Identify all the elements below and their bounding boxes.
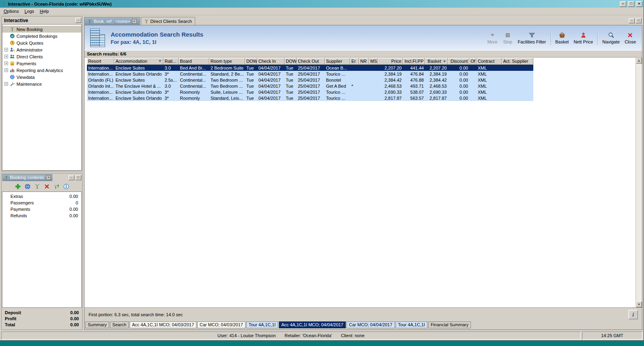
stop-button[interactable]: Stop — [500, 31, 515, 45]
vertical-scrollbar[interactable]: ▲ ▼ — [636, 58, 642, 307]
bottom-tab-financial-summary[interactable]: Financial Summary — [428, 321, 471, 328]
cell-act-supplier — [502, 89, 533, 95]
sidebar-item-administrator[interactable]: +Administrator — [2, 46, 81, 53]
sidebar-item-completed-bookings[interactable]: Completed Bookings — [2, 33, 81, 39]
booking-content-row[interactable]: Extras0.00 — [2, 193, 81, 200]
column-header-act-supplier[interactable]: Act. Supplier — [502, 58, 533, 65]
scroll-down-icon[interactable]: ▼ — [636, 301, 642, 307]
column-header-check-out[interactable]: Check Out — [297, 58, 325, 65]
facilities-filter-button[interactable]: Facilities Filter — [516, 31, 548, 45]
bottom-tab-acc-4a-1c-1i-mco-04-03-2017[interactable]: Acc 4A,1C,1I MCO; 04/03/2017 — [130, 321, 196, 328]
table-row[interactable]: Internation...Enclave Suites3.0Bed And B… — [87, 65, 533, 71]
booking-content-row[interactable]: Passengers0 — [2, 200, 81, 206]
info-button[interactable]: i — [628, 310, 638, 319]
column-header-resort[interactable]: Resort — [87, 58, 114, 65]
navigate-button[interactable]: Navigate — [600, 31, 621, 45]
booking-summary-row: Total0.00 — [5, 321, 79, 327]
table-row[interactable]: Internation...Enclave Suites Orlando3*Ro… — [87, 95, 533, 101]
interactive-panel-header: Interactive – — [2, 16, 82, 24]
expand-icon[interactable]: + — [4, 68, 8, 72]
menu-logs[interactable]: Logs — [22, 8, 37, 14]
column-header-room-type[interactable]: Room type — [209, 58, 245, 65]
delete-icon[interactable] — [44, 183, 50, 189]
column-header-supplier[interactable]: Supplier — [325, 58, 350, 65]
restore-panel-button[interactable]: □ — [75, 175, 81, 180]
column-header-accommodation[interactable]: Accommodation — [114, 58, 163, 65]
bottom-tab-car-mco-04-03-2017[interactable]: Car MCO; 04/03/2017 — [197, 321, 246, 328]
bottom-tab-search[interactable]: Search — [110, 321, 129, 328]
scroll-up-icon[interactable]: ▲ — [636, 58, 642, 64]
nett-price-button[interactable]: Nett Price — [572, 31, 595, 45]
palm-up-icon[interactable] — [54, 183, 60, 189]
table-row[interactable]: Orlando Int...The Enclave Hotel & ...3.0… — [87, 83, 533, 89]
column-header-rati[interactable]: Rati... — [163, 58, 179, 65]
document-area: Accommodation Search Results For pax: 4A… — [84, 25, 642, 330]
sidebar-item-viewdata[interactable]: Viewdata — [2, 74, 81, 80]
more-button[interactable]: More — [485, 31, 500, 45]
bottom-tab-car-mco-04-04-2017[interactable]: Car MCO; 04/04/2017 — [347, 321, 395, 328]
expand-icon[interactable]: + — [4, 82, 8, 86]
bottom-tab-tour-4a-1c-1i[interactable]: Tour 4A,1C,1I — [246, 321, 278, 328]
bottom-tab-tour-4a-1c-1i[interactable]: Tour 4A,1C,1I — [396, 321, 427, 328]
tab-close-icon[interactable]: × — [132, 19, 137, 24]
sidebar-item-quick-quotes[interactable]: Quick Quotes — [2, 39, 81, 46]
menu-options[interactable]: Options — [1, 8, 22, 14]
column-header-discount[interactable]: Discount — [448, 58, 469, 65]
expand-icon[interactable]: + — [4, 48, 8, 51]
cell-check-in: 04/04/2017 — [257, 89, 285, 95]
add-icon[interactable] — [15, 183, 21, 189]
titlebar: Interactive - Ocean-Florida (code: wNPbk… — [0, 0, 644, 8]
booking-content-label: Passengers — [10, 200, 76, 205]
globe-icon[interactable] — [25, 183, 31, 189]
close-button[interactable]: × — [636, 1, 642, 7]
booking-content-label: Extras — [10, 194, 70, 199]
column-header-ms[interactable]: MS — [369, 58, 378, 65]
column-header-price[interactable]: Price — [378, 58, 403, 65]
column-header-check-in[interactable]: Check In — [257, 58, 285, 65]
info-icon[interactable] — [63, 183, 69, 189]
statusbar: User: 414 - Louise Thompson Retailer: 'O… — [0, 331, 644, 340]
sidebar-item-direct-clients[interactable]: +Direct Clients — [2, 53, 81, 60]
table-row[interactable]: Orlando (FL)Enclave Suites2.5s...Contine… — [87, 77, 533, 83]
toolbar-separator — [551, 31, 551, 45]
maximize-button[interactable]: □ — [628, 1, 634, 7]
expand-icon[interactable]: + — [4, 62, 8, 65]
sidebar-item-payments[interactable]: +Payments — [2, 60, 81, 67]
booking-content-row[interactable]: Payments0.00 — [2, 206, 81, 212]
minimize-document-button[interactable]: – — [629, 18, 635, 23]
scrollbar-track[interactable] — [636, 64, 642, 301]
bottom-tab-acc-4a-1c-1i-mco-04-04-2017[interactable]: Acc 4A,1C,1I MCO; 04/04/2017 — [279, 321, 346, 328]
restore-document-button[interactable]: □ — [636, 18, 642, 23]
bottom-tab-summary[interactable]: Summary — [85, 321, 109, 328]
minimize-panel-button[interactable]: – — [68, 175, 74, 180]
menu-help[interactable]: Help — [37, 8, 52, 14]
tab-direct-clients-search[interactable]: Direct Clients Search — [141, 17, 195, 25]
close-panel-icon[interactable]: × — [46, 175, 51, 180]
column-header-of[interactable]: Of — [469, 58, 477, 65]
menubar: OptionsLogsHelp — [0, 8, 644, 15]
basket-button[interactable]: Basket — [553, 31, 571, 45]
cell-check-in: 04/04/2017 — [257, 83, 285, 89]
close-button[interactable]: Close — [623, 31, 638, 45]
column-header-incl-fl-pp[interactable]: Incl.Fl.PP — [403, 58, 425, 65]
column-header-board[interactable]: Board — [179, 58, 209, 65]
booking-content-row[interactable]: Refunds0.00 — [2, 212, 81, 219]
column-header-er[interactable]: Er — [350, 58, 359, 65]
sidebar-item-reporting-and-analytics[interactable]: +Reporting and Analytics — [2, 67, 81, 74]
column-header-dow[interactable]: DOW — [245, 58, 257, 65]
column-header-dow[interactable]: DOW — [285, 58, 297, 65]
column-header-nr[interactable]: NR — [359, 58, 369, 65]
minimize-button[interactable]: – — [620, 1, 626, 7]
tab-book-ref-none[interactable]: Book. ref.: <none>× — [84, 17, 140, 25]
booking-contents-tab[interactable]: Booking contents × — [2, 174, 52, 181]
collapse-panel-button[interactable]: – — [75, 18, 81, 23]
palm-new-icon[interactable] — [34, 183, 40, 189]
cell-ms — [369, 83, 378, 89]
table-row[interactable]: Internation...Enclave Suites Orlando3*Co… — [87, 71, 533, 77]
expand-icon[interactable]: + — [4, 55, 8, 58]
column-header-basket[interactable]: Basket — [425, 58, 448, 65]
table-row[interactable]: Internation...Enclave Suites Orlando3*Ro… — [87, 89, 533, 95]
column-header-contract[interactable]: Contract — [477, 58, 502, 65]
sidebar-item-maintenance[interactable]: +Maintenance — [2, 80, 81, 87]
sidebar-item-new-booking[interactable]: New Booking — [2, 26, 81, 33]
